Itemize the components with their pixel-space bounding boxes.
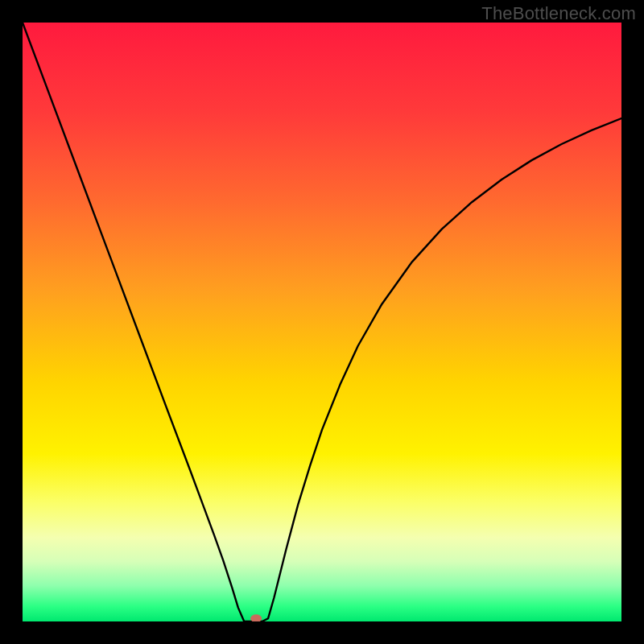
watermark-text: TheBottleneck.com <box>481 3 636 24</box>
gradient-background <box>23 23 621 621</box>
chart-frame: TheBottleneck.com <box>0 0 644 644</box>
plot-area <box>23 23 621 621</box>
chart-svg <box>23 23 621 621</box>
